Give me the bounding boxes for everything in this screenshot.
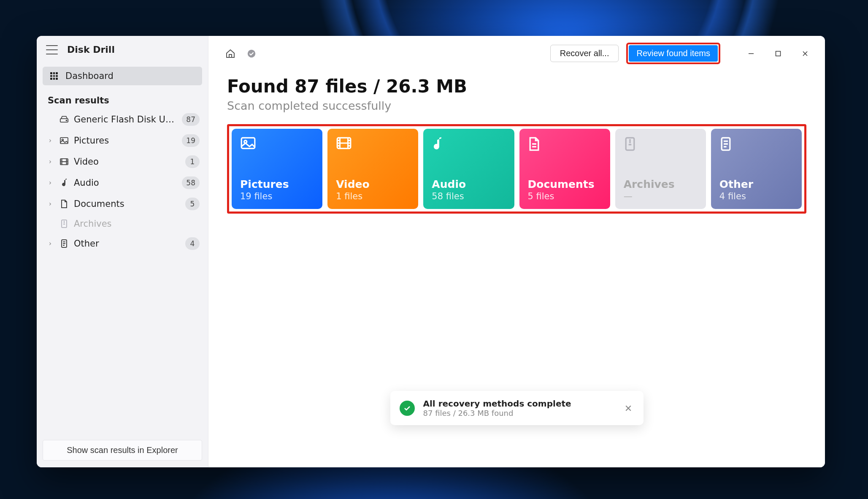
sidebar-item-pictures[interactable]: › Pictures 19 [37, 130, 208, 151]
chevron-right-icon: › [46, 240, 54, 247]
svg-rect-2 [60, 138, 68, 144]
card-sub: 4 files [719, 191, 793, 201]
category-cards-highlight: Pictures 19 files Video 1 files Audio 58… [227, 124, 806, 214]
card-archives: Archives — [615, 129, 706, 209]
dashboard-label: Dashboard [65, 71, 114, 81]
count-badge: 4 [185, 237, 200, 250]
pictures-icon [59, 137, 70, 144]
topbar: Recover all... Review found items [208, 36, 825, 68]
card-title: Archives [624, 178, 698, 190]
drive-icon [59, 116, 70, 123]
review-button-highlight: Review found items [626, 43, 720, 64]
other-icon [59, 239, 70, 248]
card-audio[interactable]: Audio 58 files [423, 129, 514, 209]
chevron-right-icon: › [46, 179, 54, 187]
toast-subtitle: 87 files / 26.3 MB found [423, 409, 614, 418]
minimize-icon[interactable] [740, 45, 763, 62]
sidebar-device-row[interactable]: › Generic Flash Disk USB D... 87 [37, 109, 208, 130]
toast-title: All recovery methods complete [423, 399, 614, 409]
card-title: Audio [432, 178, 506, 190]
archives-icon [59, 219, 70, 228]
sidebar-item-label: Archives [74, 219, 200, 229]
sidebar-item-dashboard[interactable]: Dashboard [43, 67, 202, 85]
documents-icon [528, 136, 544, 152]
svg-point-7 [248, 49, 255, 57]
sidebar-item-label: Audio [74, 178, 178, 188]
sidebar-section-title: Scan results [37, 89, 208, 109]
sidebar-item-audio[interactable]: › Audio 58 [37, 172, 208, 193]
toast-body: All recovery methods complete 87 files /… [423, 399, 614, 418]
card-title: Pictures [240, 178, 314, 190]
card-title: Documents [528, 178, 602, 190]
check-circle-icon [400, 401, 415, 416]
other-icon [719, 136, 736, 152]
grid-icon [50, 72, 58, 80]
card-sub: 1 files [336, 191, 410, 201]
review-found-items-button[interactable]: Review found items [629, 45, 718, 62]
card-other[interactable]: Other 4 files [711, 129, 802, 209]
count-badge: 1 [185, 155, 200, 168]
sidebar-item-other[interactable]: › Other 4 [37, 233, 208, 254]
recover-all-button[interactable]: Recover all... [550, 45, 619, 62]
svg-rect-9 [241, 138, 255, 148]
sidebar-header: Disk Drill [37, 36, 208, 62]
svg-point-1 [66, 120, 67, 121]
completion-toast: All recovery methods complete 87 files /… [390, 391, 644, 425]
home-icon[interactable] [224, 47, 237, 60]
sidebar-item-archives[interactable]: › Archives [37, 214, 208, 233]
card-sub: — [624, 191, 698, 201]
card-sub: 19 files [240, 191, 314, 201]
svg-rect-8 [776, 51, 781, 56]
audio-icon [59, 178, 70, 187]
sidebar-item-label: Pictures [74, 136, 178, 146]
sidebar-item-video[interactable]: › Video 1 [37, 151, 208, 172]
app-window: Disk Drill Dashboard Scan results › Gene… [37, 36, 825, 467]
card-sub: 5 files [528, 191, 602, 201]
documents-icon [59, 199, 70, 209]
results-heading: Found 87 files / 26.3 MB [227, 76, 806, 97]
window-controls [740, 45, 817, 62]
main-pane: Recover all... Review found items Found … [208, 36, 825, 467]
sidebar-item-documents[interactable]: › Documents 5 [37, 193, 208, 214]
card-documents[interactable]: Documents 5 files [519, 129, 610, 209]
card-title: Other [719, 178, 793, 190]
results-subheading: Scan completed successfully [227, 99, 806, 112]
pictures-icon [240, 136, 256, 152]
chevron-right-icon: › [46, 137, 54, 144]
maximize-icon[interactable] [767, 45, 790, 62]
archives-icon [624, 136, 640, 152]
device-label: Generic Flash Disk USB D... [74, 114, 178, 125]
sidebar-footer: Show scan results in Explorer [37, 435, 208, 467]
device-count-badge: 87 [182, 113, 200, 126]
sidebar: Disk Drill Dashboard Scan results › Gene… [37, 36, 208, 467]
app-title: Disk Drill [67, 44, 115, 55]
content-body: Found 87 files / 26.3 MB Scan completed … [208, 68, 825, 214]
show-in-explorer-button[interactable]: Show scan results in Explorer [43, 440, 202, 461]
card-sub: 58 files [432, 191, 506, 201]
video-icon [336, 136, 352, 152]
close-icon[interactable] [622, 402, 634, 414]
sidebar-item-label: Documents [74, 199, 181, 209]
close-icon[interactable] [794, 45, 817, 62]
sidebar-item-label: Video [74, 157, 181, 167]
check-badge-icon[interactable] [245, 47, 258, 60]
chevron-right-icon: › [46, 200, 54, 208]
chevron-right-icon: › [46, 158, 54, 165]
card-pictures[interactable]: Pictures 19 files [232, 129, 322, 209]
count-badge: 58 [182, 176, 200, 189]
video-icon [59, 158, 70, 165]
hamburger-icon[interactable] [46, 45, 58, 54]
count-badge: 5 [185, 198, 200, 210]
sidebar-item-label: Other [74, 239, 181, 249]
card-video[interactable]: Video 1 files [327, 129, 418, 209]
audio-icon [432, 136, 448, 152]
count-badge: 19 [182, 134, 200, 147]
card-title: Video [336, 178, 410, 190]
